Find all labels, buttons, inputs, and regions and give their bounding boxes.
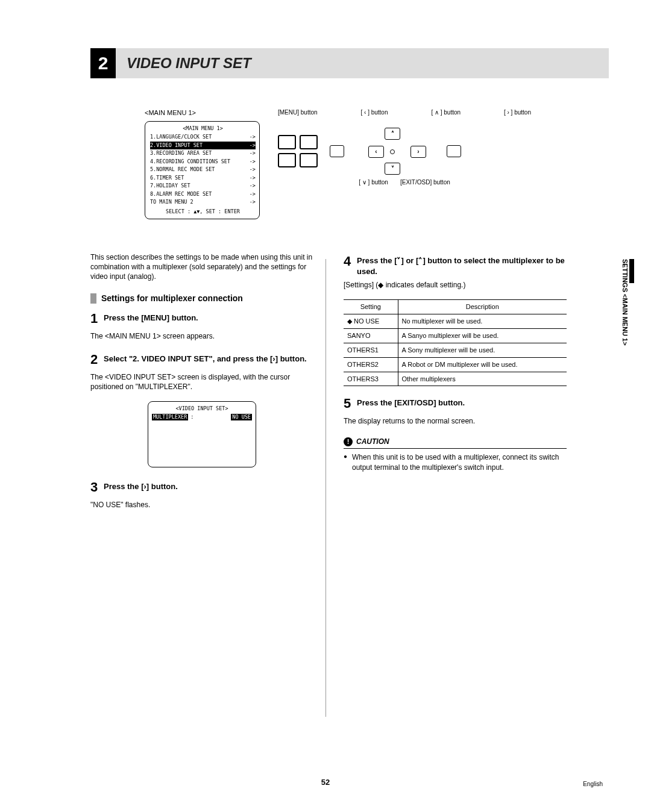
- panel-button: [300, 153, 318, 167]
- menu-item: 7.HOLIDAY SET->: [150, 182, 256, 190]
- main-menu-screen: <MAIN MENU 1> 1.LANGUAGE/CLOCK SET-> 2.V…: [145, 121, 260, 219]
- caution-icon: !: [344, 437, 353, 446]
- step-3-body: "NO USE" flashes.: [90, 500, 313, 510]
- table-row: OTHERS2A Robot or DM multiplexer will be…: [344, 357, 567, 372]
- step-1: 1Press the [MENU] button.: [90, 310, 313, 328]
- panel-button: [447, 145, 461, 157]
- caution-header: !CAUTION: [344, 437, 567, 446]
- step-2-body: The <VIDEO INPUT SET> screen is displaye…: [90, 372, 313, 392]
- panel-button: [278, 135, 296, 149]
- menu-item: 8.ALARM REC MODE SET->: [150, 190, 256, 198]
- step-5: 5Press the [EXIT/OSD] button.: [344, 395, 567, 413]
- step-1-body: The <MAIN MENU 1> screen appears.: [90, 331, 313, 341]
- page: 2 VIDEO INPUT SET <MAIN MENU 1> <MAIN ME…: [0, 0, 651, 812]
- figures: <MAIN MENU 1> <MAIN MENU 1> 1.LANGUAGE/C…: [90, 108, 609, 219]
- down-arrow-btn: ˅: [385, 163, 400, 175]
- dpad-center: [390, 149, 395, 154]
- table-row: OTHERS1A Sony multiplexer will be used.: [344, 343, 567, 357]
- intro-text: This section describes the settings to b…: [90, 252, 313, 282]
- menu-item-selected: 2.VIDEO INPUT SET->: [150, 142, 256, 149]
- side-tab: [629, 259, 634, 283]
- panel-button: [330, 145, 344, 157]
- dpad: ˄ ˅ ‹ ›: [368, 128, 415, 175]
- language-label: English: [583, 780, 603, 789]
- panel-button: [278, 153, 296, 167]
- menu-item: 6.TIMER SET->: [150, 174, 256, 182]
- panel-button: [300, 135, 318, 149]
- table-row: OTHERS3Other multiplexers: [344, 372, 567, 386]
- video-input-set-screen: <VIDEO INPUT SET> MULTIPLEXER:NO USE: [148, 401, 256, 467]
- columns: This section describes the settings to b…: [90, 252, 609, 519]
- section-title: VIDEO INPUT SET: [116, 48, 609, 78]
- menu-item: 5.NORMAL REC MODE SET->: [150, 166, 256, 173]
- step-4: 4Press the [˅] or [˄] button to select t…: [344, 252, 567, 276]
- control-panel-diagram: [MENU] button [ ‹ ] button [ ∧ ] button …: [278, 108, 531, 187]
- right-column: 4Press the [˅] or [˄] button to select t…: [344, 252, 567, 519]
- right-arrow-btn: ›: [410, 146, 426, 158]
- table-row: SANYOA Sanyo multiplexer will be used.: [344, 328, 567, 343]
- left-arrow-btn: ‹: [368, 146, 384, 158]
- step-5-body: The display returns to the normal screen…: [344, 416, 567, 426]
- menu-item: 4.RECORDING CONDITIONS SET->: [150, 158, 256, 166]
- menu-label: <MAIN MENU 1>: [145, 108, 260, 117]
- step-3: 3Press the [›] button.: [90, 478, 313, 496]
- table-row: ◆ NO USENo multiplexer will be used.: [344, 314, 567, 329]
- menu-screen-title: <MAIN MENU 1>: [150, 125, 256, 132]
- up-arrow-btn: ˄: [385, 128, 400, 140]
- step-2: 2Select "2. VIDEO INPUT SET", and press …: [90, 351, 313, 369]
- menu-item: 1.LANGUAGE/CLOCK SET->: [150, 133, 256, 141]
- menu-footer: SELECT : ▲▼, SET : ENTER: [150, 208, 256, 215]
- label-exit-btn: [EXIT/OSD] button: [400, 178, 450, 187]
- column-divider: [326, 259, 326, 717]
- menu-item: TO MAIN MENU 2->: [150, 198, 256, 206]
- side-section-label: SETTINGS <MAIN MENU 1>: [620, 259, 629, 346]
- label-right-btn: [ › ] button: [504, 108, 531, 117]
- title-bar: 2 VIDEO INPUT SET: [90, 48, 609, 78]
- section-number: 2: [90, 48, 116, 78]
- label-up-btn: [ ∧ ] button: [431, 108, 461, 117]
- label-left-btn: [ ‹ ] button: [360, 108, 388, 117]
- settings-table: SettingDescription ◆ NO USENo multiplexe…: [344, 299, 567, 386]
- page-number: 52: [0, 777, 651, 788]
- left-column: This section describes the settings to b…: [90, 252, 313, 519]
- menu-item: 3.RECORDING AREA SET->: [150, 149, 256, 157]
- settings-caption: [Settings] (◆ indicates default setting.…: [344, 280, 567, 290]
- caution-body: When this unit is to be used with a mult…: [344, 452, 567, 472]
- label-menu-btn: [MENU] button: [278, 108, 318, 117]
- label-down-btn: [ ∨ ] button: [359, 178, 388, 187]
- section-header: Settings for multiplexer connection: [90, 293, 313, 304]
